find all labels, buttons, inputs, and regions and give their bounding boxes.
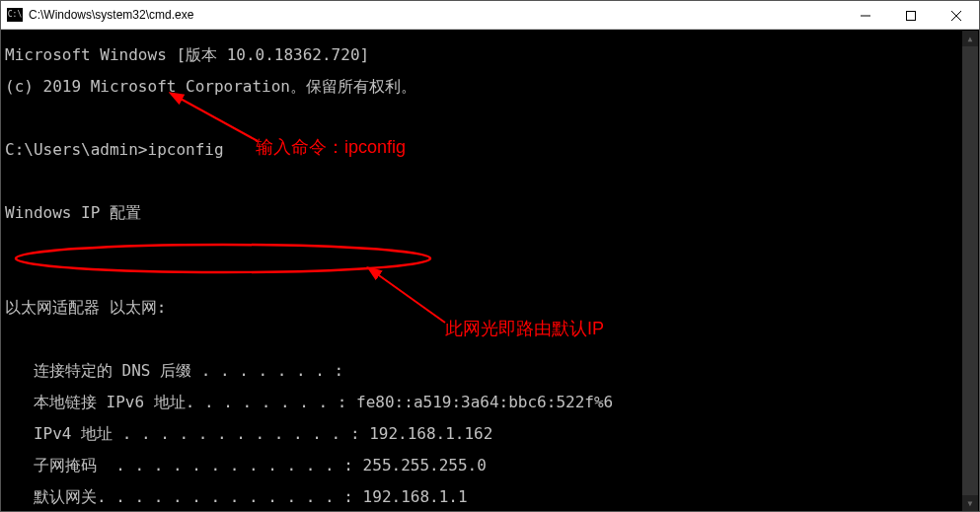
ipv6-address: 本地链接 IPv6 地址. . . . . . . . : fe80::a519…	[5, 395, 975, 410]
ipconfig-header: Windows IP 配置	[5, 205, 975, 221]
window-controls	[843, 1, 979, 29]
copyright-line: (c) 2019 Microsoft Corporation。保留所有权利。	[5, 79, 975, 95]
scroll-down-button[interactable]: ▼	[962, 495, 978, 511]
default-gateway: 默认网关. . . . . . . . . . . . . : 192.168.…	[5, 489, 975, 505]
title-left: C:\ C:\Windows\system32\cmd.exe	[1, 8, 193, 22]
svg-rect-1	[907, 11, 916, 20]
subnet-mask: 子网掩码 . . . . . . . . . . . . : 255.255.2…	[5, 458, 975, 474]
maximize-button[interactable]	[888, 1, 934, 30]
ipv4-address: IPv4 地址 . . . . . . . . . . . . : 192.16…	[5, 426, 975, 442]
titlebar[interactable]: C:\ C:\Windows\system32\cmd.exe	[1, 1, 979, 30]
dns-suffix: 连接特定的 DNS 后缀 . . . . . . . :	[5, 363, 975, 379]
terminal-output[interactable]: Microsoft Windows [版本 10.0.18362.720] (c…	[1, 30, 979, 512]
close-button[interactable]	[934, 1, 979, 30]
version-line: Microsoft Windows [版本 10.0.18362.720]	[5, 47, 975, 63]
prompt: C:\Users\admin>	[5, 140, 148, 159]
scrollbar[interactable]: ▲ ▼	[962, 31, 978, 511]
scroll-thumb[interactable]	[962, 46, 978, 495]
adapter-header: 以太网适配器 以太网:	[5, 300, 975, 316]
window-title: C:\Windows\system32\cmd.exe	[29, 8, 193, 22]
minimize-button[interactable]	[843, 1, 888, 30]
cmd-window: C:\ C:\Windows\system32\cmd.exe Microsof…	[0, 0, 980, 512]
cmd-icon: C:\	[7, 8, 23, 22]
scroll-up-button[interactable]: ▲	[962, 31, 978, 46]
command-ipconfig: ipconfig	[148, 140, 224, 159]
